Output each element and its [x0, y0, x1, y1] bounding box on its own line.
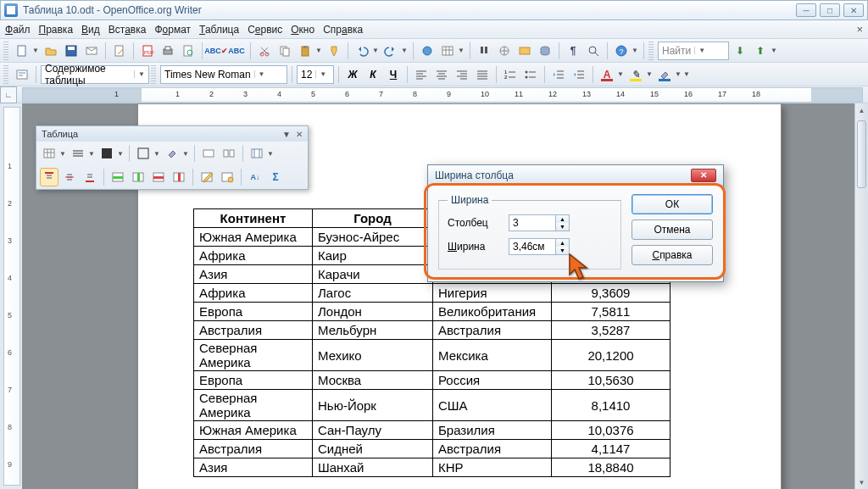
zoom-button[interactable]	[584, 42, 603, 60]
horizontal-ruler[interactable]: 1123456789101112131415161718	[22, 87, 863, 103]
ok-button[interactable]: ОК	[632, 194, 713, 214]
valign-top-button[interactable]	[40, 168, 58, 186]
table-button[interactable]	[438, 42, 457, 60]
scrollbar-thumb[interactable]	[857, 120, 866, 188]
edit-button[interactable]	[110, 42, 129, 60]
table-row[interactable]: АфрикаЛагосНигерия9,3609	[194, 284, 670, 303]
table-header[interactable]: Континент	[194, 209, 313, 228]
align-center-button[interactable]	[432, 65, 451, 84]
close-button[interactable]: ✕	[843, 3, 864, 17]
spin-up-icon[interactable]: ▲	[556, 215, 569, 223]
line-color-button[interactable]	[97, 144, 116, 163]
borders-button[interactable]	[134, 144, 153, 163]
font-name-combo[interactable]: Times New Roman▼	[160, 65, 287, 84]
align-right-button[interactable]	[453, 65, 471, 84]
line-color-dropdown[interactable]: ▼	[116, 150, 125, 158]
table-row[interactable]: АвстралияМельбурнАвстралия3,5287	[194, 321, 670, 340]
undo-dropdown[interactable]: ▼	[371, 47, 380, 54]
optimize-dropdown[interactable]: ▼	[266, 150, 275, 158]
cancel-button[interactable]: Отмена	[632, 219, 713, 240]
table-cell[interactable]: 10,5630	[552, 371, 670, 390]
table-dropdown[interactable]: ▼	[457, 47, 465, 54]
table-toolbar-floating[interactable]: Таблица ▼ ✕ ▼ ▼ ▼ ▼ ▼ ▼ A↓ Σ	[36, 125, 309, 190]
table-cell[interactable]: Мексика	[433, 340, 552, 371]
sort-button[interactable]: A↓	[246, 168, 264, 186]
document-close-icon[interactable]: ×	[856, 23, 863, 36]
dialog-close-button[interactable]: ✕	[691, 169, 716, 182]
font-color-dropdown[interactable]: ▼	[616, 70, 625, 78]
table-cell[interactable]: Азия	[194, 265, 313, 284]
find-button[interactable]	[475, 42, 493, 60]
table-cell[interactable]: США	[433, 390, 552, 421]
underline-button[interactable]: Ч	[384, 65, 403, 84]
table-cell[interactable]: Нью-Йорк	[313, 390, 433, 421]
open-button[interactable]	[42, 42, 60, 60]
column-input[interactable]	[509, 214, 556, 231]
table-cell[interactable]: Южная Америка	[194, 421, 313, 440]
preview-button[interactable]	[179, 42, 198, 60]
numbered-list-button[interactable]: 12	[501, 65, 520, 84]
table-cell[interactable]: Южная Америка	[194, 228, 313, 247]
menu-tools[interactable]: Сервис	[248, 24, 282, 36]
cell-bg-dropdown[interactable]: ▼	[181, 150, 190, 158]
bgcolor-button[interactable]	[655, 65, 674, 84]
insert-col-button[interactable]	[129, 168, 147, 186]
table-cell[interactable]: 8,1410	[552, 390, 670, 421]
format-overflow[interactable]: ▼	[682, 70, 691, 78]
float-dropdown-icon[interactable]: ▼	[282, 130, 291, 139]
table-cell[interactable]: Северная Америка	[194, 340, 313, 371]
autospell-button[interactable]: ABC	[227, 42, 246, 60]
table-cell[interactable]: Мельбурн	[313, 321, 433, 340]
datasources-button[interactable]	[536, 42, 554, 60]
highlight-dropdown[interactable]: ▼	[645, 70, 654, 78]
table-cell[interactable]: Австралия	[194, 321, 313, 340]
format-paint-button[interactable]	[325, 42, 343, 60]
dialog-titlebar[interactable]: Ширина столбца ✕	[428, 165, 723, 186]
bold-button[interactable]: Ж	[343, 65, 362, 84]
table-cell[interactable]: Шанхай	[313, 458, 433, 477]
mail-button[interactable]	[82, 42, 101, 60]
table-cell[interactable]: 18,8840	[552, 458, 670, 477]
table-cell[interactable]: Сидней	[313, 440, 433, 458]
float-toolbar-title[interactable]: Таблица ▼ ✕	[36, 126, 308, 142]
table-cell[interactable]: Буэнос-Айрес	[313, 228, 433, 247]
table-cell[interactable]: Австралия	[194, 440, 313, 458]
merge-cells-button[interactable]	[199, 144, 218, 163]
split-cells-button[interactable]	[220, 144, 238, 163]
valign-center-button[interactable]	[60, 168, 79, 186]
undo-button[interactable]	[353, 42, 371, 60]
indent-inc-button[interactable]	[570, 65, 588, 84]
table-props-button[interactable]	[218, 168, 236, 186]
table-cell[interactable]: Великобритания	[433, 303, 552, 321]
width-input[interactable]	[509, 238, 556, 255]
highlight-button[interactable]: ✎	[626, 65, 645, 84]
table-cell[interactable]: Европа	[194, 303, 313, 321]
spin-down-icon[interactable]: ▼	[556, 247, 569, 254]
find-overflow[interactable]: ▼	[770, 47, 778, 54]
paste-dropdown[interactable]: ▼	[314, 47, 323, 54]
font-size-combo[interactable]: 12▼	[297, 65, 334, 84]
cell-bg-button[interactable]	[163, 144, 181, 163]
table-cell[interactable]: Африка	[194, 284, 313, 303]
redo-dropdown[interactable]: ▼	[400, 47, 409, 54]
vertical-scrollbar[interactable]: ▲ ▼	[854, 103, 868, 489]
menu-view[interactable]: Вид	[81, 24, 100, 36]
print-button[interactable]	[159, 42, 177, 60]
paragraph-style-combo[interactable]: Содержимое таблицы▼	[41, 65, 149, 84]
menu-edit[interactable]: Правка	[39, 24, 74, 36]
export-pdf-button[interactable]: PDF	[138, 42, 157, 60]
cut-button[interactable]	[255, 42, 274, 60]
table-row[interactable]: ЕвропаЛондонВеликобритания7,5811	[194, 303, 670, 321]
menu-window[interactable]: Окно	[291, 24, 314, 36]
copy-button[interactable]	[275, 42, 294, 60]
find-combo[interactable]: Найти▼	[658, 42, 729, 60]
width-spinner[interactable]: ▲▼	[509, 238, 570, 255]
table-cell[interactable]: Бразилия	[433, 421, 552, 440]
menu-format[interactable]: Формат	[154, 24, 191, 36]
help-button[interactable]: ?	[612, 42, 631, 60]
delete-col-button[interactable]	[170, 168, 188, 186]
sum-button[interactable]: Σ	[266, 168, 285, 186]
find-prev-button[interactable]: ⬆	[751, 42, 770, 60]
insert-row-button[interactable]	[108, 168, 127, 186]
line-style-dropdown[interactable]: ▼	[87, 150, 96, 158]
